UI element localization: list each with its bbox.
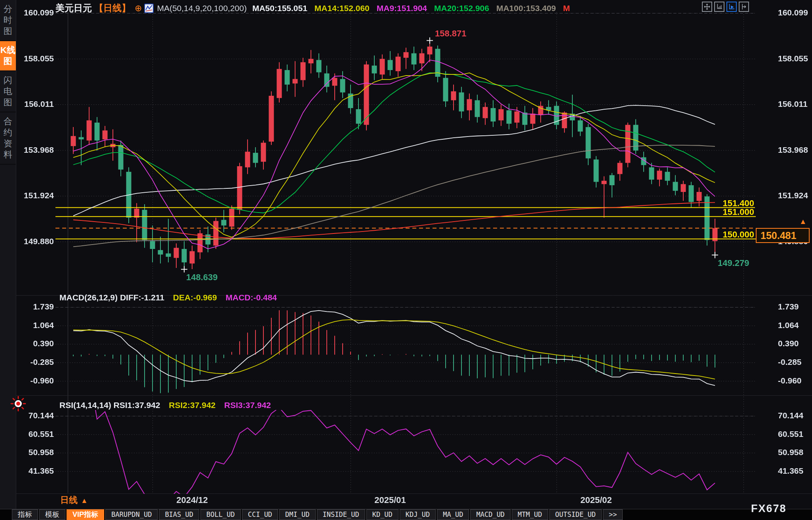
rsi3-label: RSI3:37.942 — [224, 400, 271, 410]
axis-tick: -0.960 — [19, 376, 54, 385]
ma-settings-label: MA(50,14,9,20,100,200) — [157, 4, 247, 13]
rsi-panel-title: RSI(14,14,14) RSI1:37.942 RSI2:37.942 RS… — [59, 400, 271, 410]
pan-icon[interactable] — [702, 2, 712, 12]
axis-tick: 41.365 — [778, 466, 812, 476]
tab-vip[interactable]: VIP指标 — [67, 509, 104, 520]
low-price-annotation: 148.639 — [186, 272, 218, 283]
hot-indicator-icon — [10, 396, 26, 413]
ma-legend-item-3: MA20:152.906 — [434, 4, 489, 13]
price-level-label-2: 150.000 — [700, 230, 754, 240]
chart-toolbar — [702, 2, 749, 12]
sidebar-item-1[interactable]: K线图 — [0, 41, 16, 71]
axis-tick: -0.285 — [778, 357, 812, 367]
macd-diff-label: MACD(26,12,9) DIFF:-1.211 — [59, 293, 164, 302]
date-label-2: 2025/02 — [568, 495, 624, 505]
tab-barupdn_ud[interactable]: BARUPDN_UD — [105, 509, 158, 520]
tab-kdj_ud[interactable]: KDJ_UD — [400, 509, 436, 520]
macd-dea-label: DEA:-0.969 — [173, 293, 217, 302]
axis-tick: 160.099 — [778, 8, 812, 17]
recent-low-annotation: 149.279 — [718, 258, 749, 268]
period-selector[interactable]: 日线 — [60, 494, 88, 506]
ma-legend-item-4: MA100:153.409 — [496, 4, 556, 13]
axis-tick: 70.144 — [778, 411, 812, 420]
last-price-tag: 150.481 — [756, 228, 810, 243]
macd-panel-title: MACD(26,12,9) DIFF:-1.211 DEA:-0.969 MAC… — [59, 293, 277, 302]
sidebar-item-2[interactable]: 闪电图 — [0, 71, 16, 112]
tab-mtm_ud[interactable]: MTM_UD — [512, 509, 548, 520]
tab-outside_ud[interactable]: OUTSIDE_UD — [549, 509, 602, 520]
ma-legend-item-5: M — [563, 4, 570, 13]
sidebar-item-0[interactable]: 分时图 — [0, 0, 16, 41]
tab-dmi_ud[interactable]: DMI_UD — [279, 509, 315, 520]
axis-tick: 153.968 — [19, 145, 54, 155]
tab-ma_ud[interactable]: MA_UD — [437, 509, 469, 520]
ma-legend: MA50:155.051MA14:152.060MA9:151.904MA20:… — [252, 4, 577, 11]
axis-play-icon[interactable] — [726, 2, 737, 12]
axis-tick: 153.968 — [778, 145, 812, 155]
axis-tick: -0.960 — [778, 376, 812, 385]
axis-tick: 158.055 — [778, 54, 812, 63]
axis-tick: 151.924 — [778, 191, 812, 200]
axis-tick: 41.365 — [19, 466, 54, 476]
sidebar-item-3[interactable]: 合约资料 — [0, 112, 16, 165]
chart-type-icon[interactable] — [144, 4, 154, 13]
axis-tick: 1.064 — [778, 321, 812, 330]
tab-cci_ud[interactable]: CCI_UD — [242, 509, 278, 520]
tab-kd_ud[interactable]: KD_UD — [366, 509, 398, 520]
axis-tick: 50.958 — [778, 448, 812, 457]
axis-tick: 50.958 — [19, 448, 54, 457]
price-level-label-1: 151.000 — [700, 207, 754, 217]
axis-drag-icon[interactable] — [739, 2, 749, 12]
add-overlay-icon[interactable] — [135, 3, 142, 13]
axis-tick: 158.055 — [19, 54, 54, 63]
axis-tick: 149.880 — [19, 237, 54, 246]
axis-tick: -0.285 — [19, 357, 54, 367]
chart-header: 美元日元【日线】MA(50,14,9,20,100,200)MA50:155.0… — [55, 2, 577, 14]
axis-scale-icon[interactable] — [714, 2, 724, 12]
ma-legend-item-0: MA50:155.051 — [252, 4, 307, 13]
tab-boll_ud[interactable]: BOLL_UD — [200, 509, 241, 520]
tab-[interactable]: 指标 — [12, 509, 38, 520]
axis-tick: 60.551 — [778, 429, 812, 439]
indicator-tabbar: 指标模板VIP指标BARUPDN_UDBIAS_UDBOLL_UDCCI_UDD… — [0, 509, 812, 520]
axis-tick: 151.924 — [19, 191, 54, 200]
period-up-icon — [81, 497, 88, 505]
axis-tick: 1.064 — [19, 321, 54, 330]
sidebar: 分时图K线图闪电图合约资料 — [0, 0, 16, 520]
trading-app: 分时图K线图闪电图合约资料 美元日元【日线】MA(50,14,9,20,100,… — [0, 0, 812, 520]
ma-legend-item-2: MA9:151.904 — [377, 4, 427, 13]
ma-legend-item-1: MA14:152.060 — [315, 4, 370, 13]
price-up-arrow-icon — [799, 217, 807, 226]
macd-value-label: MACD:-0.484 — [226, 293, 277, 302]
price-chart-canvas[interactable] — [0, 0, 812, 520]
rsi2-label: RSI2:37.942 — [169, 400, 215, 410]
symbol-title: 美元日元 — [55, 3, 92, 13]
axis-tick: 60.551 — [19, 429, 54, 439]
tab-macd_ud[interactable]: MACD_UD — [470, 509, 511, 520]
axis-tick: 156.011 — [778, 99, 812, 109]
tab-bias_ud[interactable]: BIAS_UD — [159, 509, 199, 520]
axis-tick: 1.739 — [19, 302, 54, 311]
axis-tick: 156.011 — [19, 99, 54, 109]
date-label-0: 2024/12 — [164, 495, 220, 505]
tab-[interactable]: >> — [603, 509, 623, 520]
axis-tick: 1.739 — [778, 302, 812, 311]
rsi1-label: RSI(14,14,14) RSI1:37.942 — [59, 400, 160, 410]
high-price-annotation: 158.871 — [435, 28, 467, 39]
period-label: 日线 — [60, 495, 78, 505]
tab-[interactable]: 模板 — [39, 509, 65, 520]
axis-tick: 160.099 — [19, 8, 54, 17]
axis-tick: 0.390 — [19, 339, 54, 348]
axis-tick: 0.390 — [778, 339, 812, 348]
period-tag: 【日线】 — [94, 3, 131, 13]
date-label-1: 2025/01 — [362, 495, 418, 505]
tab-inside_ud[interactable]: INSIDE_UD — [317, 509, 365, 520]
